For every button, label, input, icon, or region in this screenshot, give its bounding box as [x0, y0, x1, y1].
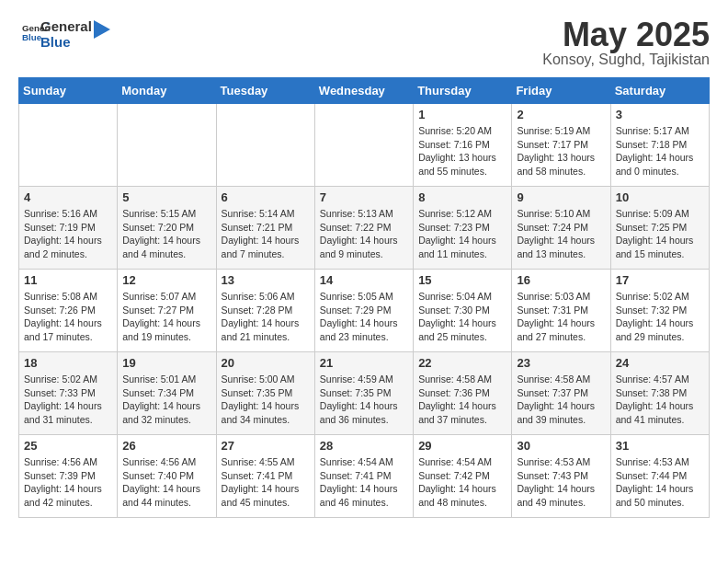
calendar-cell: 24Sunrise: 4:57 AM Sunset: 7:38 PM Dayli…	[610, 352, 709, 435]
svg-marker-3	[94, 20, 110, 39]
day-number: 30	[517, 439, 605, 453]
day-number: 19	[122, 356, 210, 370]
day-info: Sunrise: 4:58 AM Sunset: 7:36 PM Dayligh…	[418, 373, 506, 427]
day-info: Sunrise: 4:55 AM Sunset: 7:41 PM Dayligh…	[222, 455, 310, 510]
day-info: Sunrise: 5:01 AM Sunset: 7:34 PM Dayligh…	[122, 373, 210, 427]
title-block: May 2025 Konsoy, Sughd, Tajikistan	[542, 18, 710, 68]
calendar-cell: 17Sunrise: 5:02 AM Sunset: 7:32 PM Dayli…	[610, 270, 709, 352]
day-number: 21	[320, 356, 408, 370]
logo-general: General	[40, 18, 92, 34]
calendar-cell: 28Sunrise: 4:54 AM Sunset: 7:41 PM Dayli…	[314, 435, 413, 518]
day-info: Sunrise: 5:02 AM Sunset: 7:32 PM Dayligh…	[616, 290, 704, 344]
logo-triangle-icon	[94, 20, 110, 40]
day-info: Sunrise: 5:07 AM Sunset: 7:27 PM Dayligh…	[122, 290, 210, 344]
day-header-friday: Friday	[512, 78, 610, 104]
calendar-table: SundayMondayTuesdayWednesdayThursdayFrid…	[18, 77, 710, 518]
calendar-cell: 25Sunrise: 4:56 AM Sunset: 7:39 PM Dayli…	[19, 435, 118, 518]
calendar-cell: 29Sunrise: 4:54 AM Sunset: 7:42 PM Dayli…	[414, 435, 512, 518]
day-info: Sunrise: 5:19 AM Sunset: 7:17 PM Dayligh…	[517, 124, 605, 178]
day-number: 1	[418, 108, 506, 121]
calendar-week-row: 1Sunrise: 5:20 AM Sunset: 7:16 PM Daylig…	[19, 104, 710, 187]
logo-blue: Blue	[40, 34, 71, 50]
day-info: Sunrise: 5:05 AM Sunset: 7:29 PM Dayligh…	[320, 290, 408, 344]
day-info: Sunrise: 5:15 AM Sunset: 7:20 PM Dayligh…	[122, 207, 210, 261]
day-number: 27	[222, 439, 310, 453]
day-info: Sunrise: 4:53 AM Sunset: 7:43 PM Dayligh…	[517, 455, 605, 510]
calendar-cell: 8Sunrise: 5:12 AM Sunset: 7:23 PM Daylig…	[414, 187, 512, 270]
svg-text:Blue: Blue	[22, 32, 42, 42]
day-number: 12	[122, 273, 210, 287]
day-number: 26	[122, 439, 210, 453]
calendar-cell: 27Sunrise: 4:55 AM Sunset: 7:41 PM Dayli…	[216, 435, 314, 518]
calendar-cell: 31Sunrise: 4:53 AM Sunset: 7:44 PM Dayli…	[610, 435, 709, 518]
day-number: 28	[320, 439, 408, 453]
day-info: Sunrise: 5:12 AM Sunset: 7:23 PM Dayligh…	[418, 207, 506, 261]
day-number: 29	[418, 439, 506, 453]
calendar-cell: 11Sunrise: 5:08 AM Sunset: 7:26 PM Dayli…	[19, 270, 118, 352]
day-number: 16	[517, 273, 605, 287]
day-info: Sunrise: 5:08 AM Sunset: 7:26 PM Dayligh…	[24, 290, 112, 344]
day-info: Sunrise: 4:59 AM Sunset: 7:35 PM Dayligh…	[320, 373, 408, 427]
day-number: 4	[24, 190, 112, 204]
day-number: 22	[418, 356, 506, 370]
calendar-cell: 13Sunrise: 5:06 AM Sunset: 7:28 PM Dayli…	[216, 270, 314, 352]
day-number: 3	[616, 108, 704, 121]
day-info: Sunrise: 5:17 AM Sunset: 7:18 PM Dayligh…	[616, 124, 704, 178]
calendar-cell: 2Sunrise: 5:19 AM Sunset: 7:17 PM Daylig…	[512, 104, 610, 187]
calendar-cell	[19, 104, 118, 187]
calendar-cell: 9Sunrise: 5:10 AM Sunset: 7:24 PM Daylig…	[512, 187, 610, 270]
calendar-cell: 3Sunrise: 5:17 AM Sunset: 7:18 PM Daylig…	[610, 104, 709, 187]
calendar-cell	[216, 104, 314, 187]
calendar-cell: 18Sunrise: 5:02 AM Sunset: 7:33 PM Dayli…	[19, 352, 118, 435]
day-number: 6	[222, 190, 310, 204]
calendar-cell: 10Sunrise: 5:09 AM Sunset: 7:25 PM Dayli…	[610, 187, 709, 270]
day-header-monday: Monday	[118, 78, 216, 104]
calendar-cell: 5Sunrise: 5:15 AM Sunset: 7:20 PM Daylig…	[118, 187, 216, 270]
calendar-cell: 20Sunrise: 5:00 AM Sunset: 7:35 PM Dayli…	[216, 352, 314, 435]
day-info: Sunrise: 5:06 AM Sunset: 7:28 PM Dayligh…	[222, 290, 310, 344]
calendar-cell: 1Sunrise: 5:20 AM Sunset: 7:16 PM Daylig…	[414, 104, 512, 187]
day-number: 31	[616, 439, 704, 453]
calendar-week-row: 4Sunrise: 5:16 AM Sunset: 7:19 PM Daylig…	[19, 187, 710, 270]
day-header-sunday: Sunday	[19, 78, 118, 104]
calendar-cell	[118, 104, 216, 187]
day-header-thursday: Thursday	[414, 78, 512, 104]
calendar-cell: 7Sunrise: 5:13 AM Sunset: 7:22 PM Daylig…	[314, 187, 413, 270]
calendar-week-row: 18Sunrise: 5:02 AM Sunset: 7:33 PM Dayli…	[19, 352, 710, 435]
calendar-cell: 4Sunrise: 5:16 AM Sunset: 7:19 PM Daylig…	[19, 187, 118, 270]
day-number: 7	[320, 190, 408, 204]
day-number: 23	[517, 356, 605, 370]
day-info: Sunrise: 4:57 AM Sunset: 7:38 PM Dayligh…	[616, 373, 704, 427]
day-number: 15	[418, 273, 506, 287]
calendar-cell: 22Sunrise: 4:58 AM Sunset: 7:36 PM Dayli…	[414, 352, 512, 435]
calendar-cell: 30Sunrise: 4:53 AM Sunset: 7:43 PM Dayli…	[512, 435, 610, 518]
day-number: 8	[418, 190, 506, 204]
day-info: Sunrise: 5:04 AM Sunset: 7:30 PM Dayligh…	[418, 290, 506, 344]
day-info: Sunrise: 5:10 AM Sunset: 7:24 PM Dayligh…	[517, 207, 605, 261]
day-info: Sunrise: 4:56 AM Sunset: 7:40 PM Dayligh…	[122, 455, 210, 510]
day-number: 9	[517, 190, 605, 204]
day-number: 18	[24, 356, 112, 370]
calendar-cell: 23Sunrise: 4:58 AM Sunset: 7:37 PM Dayli…	[512, 352, 610, 435]
calendar-week-row: 11Sunrise: 5:08 AM Sunset: 7:26 PM Dayli…	[19, 270, 710, 352]
calendar-week-row: 25Sunrise: 4:56 AM Sunset: 7:39 PM Dayli…	[19, 435, 710, 518]
day-info: Sunrise: 4:54 AM Sunset: 7:42 PM Dayligh…	[418, 455, 506, 510]
day-info: Sunrise: 4:53 AM Sunset: 7:44 PM Dayligh…	[616, 455, 704, 510]
day-info: Sunrise: 5:20 AM Sunset: 7:16 PM Dayligh…	[418, 124, 506, 178]
day-info: Sunrise: 4:56 AM Sunset: 7:39 PM Dayligh…	[24, 455, 112, 510]
day-number: 24	[616, 356, 704, 370]
calendar-cell: 21Sunrise: 4:59 AM Sunset: 7:35 PM Dayli…	[314, 352, 413, 435]
day-info: Sunrise: 4:58 AM Sunset: 7:37 PM Dayligh…	[517, 373, 605, 427]
month-title: May 2025	[542, 18, 710, 52]
day-info: Sunrise: 5:00 AM Sunset: 7:35 PM Dayligh…	[222, 373, 310, 427]
day-header-tuesday: Tuesday	[216, 78, 314, 104]
calendar-cell: 6Sunrise: 5:14 AM Sunset: 7:21 PM Daylig…	[216, 187, 314, 270]
calendar-cell: 12Sunrise: 5:07 AM Sunset: 7:27 PM Dayli…	[118, 270, 216, 352]
calendar-cell: 16Sunrise: 5:03 AM Sunset: 7:31 PM Dayli…	[512, 270, 610, 352]
day-info: Sunrise: 5:13 AM Sunset: 7:22 PM Dayligh…	[320, 207, 408, 261]
day-number: 20	[222, 356, 310, 370]
calendar-cell: 14Sunrise: 5:05 AM Sunset: 7:29 PM Dayli…	[314, 270, 413, 352]
day-number: 25	[24, 439, 112, 453]
calendar-cell: 15Sunrise: 5:04 AM Sunset: 7:30 PM Dayli…	[414, 270, 512, 352]
day-number: 11	[24, 273, 112, 287]
